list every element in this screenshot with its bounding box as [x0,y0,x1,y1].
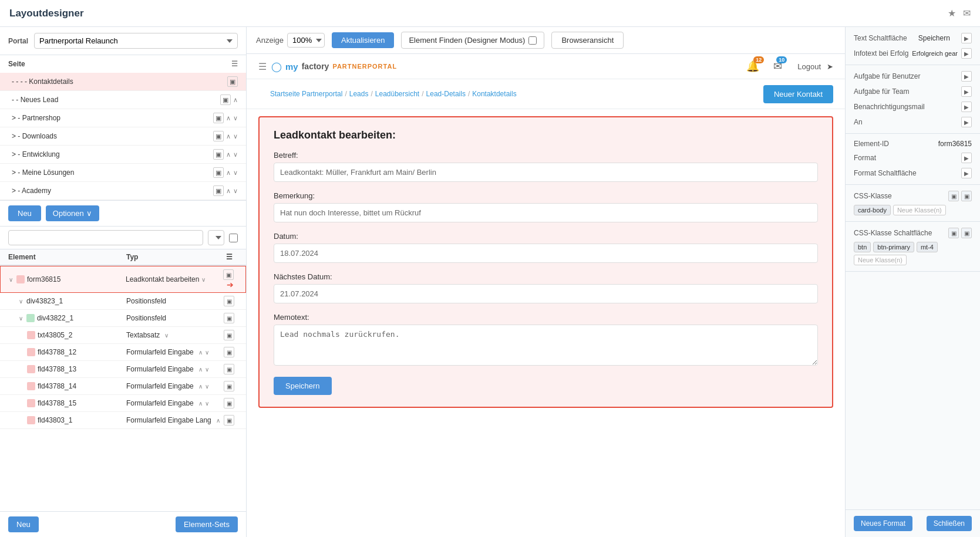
chevron-up-icon[interactable]: ∧ [226,114,231,122]
seite-item-settings-icon[interactable]: ▣ [213,185,224,196]
naechstes-datum-input[interactable] [274,284,818,303]
element-settings-icon[interactable]: ▣ [224,364,234,374]
mail-badge[interactable]: ✉ 10 [773,60,782,73]
seite-item-meine-loesungen[interactable]: > - Meine Lösungen ▣ ∧ ∨ [0,164,246,182]
chevron-up-icon[interactable]: ∧ [198,349,203,356]
seite-item-partnershop[interactable]: > - Partnershop ▣ ∧ ∨ [0,109,246,127]
chevron-up-icon[interactable]: ∧ [198,366,203,373]
expand-arrow[interactable]: ∨ [19,315,23,322]
seite-item-kontaktdetails[interactable]: - - - - Kontaktdetails ▣ [0,73,246,91]
element-row-fld43788-12[interactable]: fld43788_12 Formularfeld Eingabe ∧ ∨ ▣ [0,344,246,361]
element-settings-icon[interactable]: ▣ [224,398,234,408]
chevron-up-icon[interactable]: ∧ [233,96,238,104]
element-row-form36815[interactable]: ∨ form36815 Leadkontakt bearbeiten ∨ ▣ ➔ [0,266,246,293]
element-row-txt43805-2[interactable]: txt43805_2 Textabsatz ∨ ▣ [0,327,246,344]
element-sets-button[interactable]: Element-Sets [176,516,238,532]
betreff-input[interactable] [274,163,818,182]
breadcrumb-lead-details[interactable]: Lead-Details [426,90,466,98]
zoom-select[interactable]: 100% 50% 75% 125% 150% [287,33,325,48]
infotext-icon[interactable]: ▶ [961,48,972,59]
format-icon[interactable]: ▶ [961,153,972,163]
chevron-up-icon[interactable]: ∧ [198,400,203,407]
chevron-down-icon[interactable]: ∨ [205,383,209,390]
portal-select[interactable]: Partnerportal Relaunch [34,33,238,49]
mail-icon[interactable]: ✉ [963,8,971,19]
expand-arrow[interactable]: ∨ [19,298,23,305]
filter-input[interactable] [8,230,203,245]
chevron-up-icon[interactable]: ∧ [226,187,231,195]
seite-item-academy[interactable]: > - Academy ▣ ∧ ∨ [0,182,246,200]
schliessen-button[interactable]: Schließen [927,516,972,531]
css-btn-tag-new[interactable]: Neue Klasse(n) [854,255,907,265]
breadcrumb-startseite[interactable]: Startseite Partnerportal [270,90,342,98]
seite-item-neues-lead[interactable]: - - Neues Lead ▣ ∧ [0,91,246,109]
neu-bottom-button[interactable]: Neu [8,516,39,532]
seite-item-settings-icon[interactable]: ▣ [213,131,224,141]
chevron-up-icon[interactable]: ∧ [198,383,203,390]
chevron-up-icon[interactable]: ∧ [226,169,231,177]
element-row-div43823-1[interactable]: ∨ div43823_1 Positionsfeld ▣ [0,293,246,310]
neues-format-button[interactable]: Neues Format [854,516,912,531]
seite-item-settings-icon[interactable]: ▣ [213,149,224,160]
logout-text[interactable]: Logout [797,62,821,71]
expand-typ-arrow[interactable]: ∨ [201,276,206,283]
chevron-down-icon[interactable]: ∨ [233,151,238,158]
element-settings-icon[interactable]: ▣ [224,313,234,323]
element-row-fld43803-1[interactable]: fld43803_1 Formularfeld Eingabe Lang ∧ ▣ [0,412,246,429]
seite-item-settings-icon[interactable]: ▣ [213,167,224,178]
format-schaltflaeche-icon[interactable]: ▶ [961,168,972,178]
element-settings-icon[interactable]: ▣ [224,347,234,357]
filter-select[interactable] [208,230,224,245]
element-row-fld43788-15[interactable]: fld43788_15 Formularfeld Eingabe ∧ ∨ ▣ [0,395,246,412]
chevron-up-icon[interactable]: ∧ [216,417,220,424]
optionen-button[interactable]: Optionen ∨ [46,205,99,221]
breadcrumb-kontaktdetails[interactable]: Kontaktdetails [472,90,516,98]
neu-button[interactable]: Neu [8,205,41,221]
chevron-down-icon[interactable]: ∨ [205,366,209,373]
browseransicht-button[interactable]: Browseransicht [551,32,624,49]
chevron-down-icon[interactable]: ∨ [233,187,238,195]
neuer-kontakt-button[interactable]: Neuer Kontakt [763,85,833,103]
bemerkung-input[interactable] [274,203,818,222]
designer-checkbox[interactable] [528,36,537,45]
css-tag-new[interactable]: Neue Klasse(n) [893,205,946,215]
aufgabe-team-icon[interactable]: ▶ [961,86,972,97]
an-icon[interactable]: ▶ [961,117,972,127]
chevron-up-icon[interactable]: ∧ [226,133,231,140]
aktualisieren-button[interactable]: Aktualisieren [332,32,394,48]
chevron-down-icon[interactable]: ∨ [233,133,238,140]
aufgabe-benutzer-icon[interactable]: ▶ [961,71,972,82]
breadcrumb-leads[interactable]: Leads [349,90,369,98]
element-settings-icon[interactable]: ▣ [223,269,234,280]
seite-item-settings-icon[interactable]: ▣ [220,94,231,105]
chevron-down-icon[interactable]: ∨ [205,349,209,356]
element-settings-icon[interactable]: ▣ [224,330,234,340]
expand-arrow[interactable]: ∨ [9,276,13,283]
memotext-textarea[interactable]: Lead nochmals zurückrufen. [274,325,818,366]
element-settings-icon[interactable]: ▣ [224,415,234,425]
seite-item-settings-icon[interactable]: ▣ [213,113,224,123]
datum-input[interactable] [274,244,818,263]
chevron-up-icon[interactable]: ∧ [226,151,231,158]
filter-checkbox[interactable] [229,234,238,242]
benachrichtigung-icon[interactable]: ▶ [961,102,972,112]
expand-typ-arrow[interactable]: ∨ [164,332,169,339]
notification-bell[interactable]: 🔔 12 [746,60,759,73]
css-schaltflaeche-copy-icon[interactable]: ▣ [948,228,959,238]
seite-item-settings-icon[interactable]: ▣ [227,76,238,87]
css-schaltflaeche-copy2-icon[interactable]: ▣ [961,228,972,238]
element-settings-icon[interactable]: ▣ [224,296,234,306]
element-finden-button[interactable]: Element Finden (Designer Modus) [401,32,544,49]
element-settings-icon[interactable]: ▣ [224,381,234,391]
star-icon[interactable]: ★ [948,8,956,19]
css-klasse-copy2-icon[interactable]: ▣ [961,191,972,201]
seite-item-entwicklung[interactable]: > - Entwicklung ▣ ∧ ∨ [0,146,246,164]
seite-item-downloads[interactable]: > - Downloads ▣ ∧ ∨ [0,127,246,146]
chevron-down-icon[interactable]: ∨ [233,169,238,177]
element-row-div43822-1[interactable]: ∨ div43822_1 Positionsfeld ▣ [0,310,246,327]
chevron-down-icon[interactable]: ∨ [205,400,209,407]
element-row-fld43788-14[interactable]: fld43788_14 Formularfeld Eingabe ∧ ∨ ▣ [0,378,246,395]
breadcrumb-leaduebersicht[interactable]: Leadübersicht [375,90,419,98]
css-klasse-copy-icon[interactable]: ▣ [948,191,959,201]
hamburger-icon[interactable]: ☰ [258,61,267,72]
